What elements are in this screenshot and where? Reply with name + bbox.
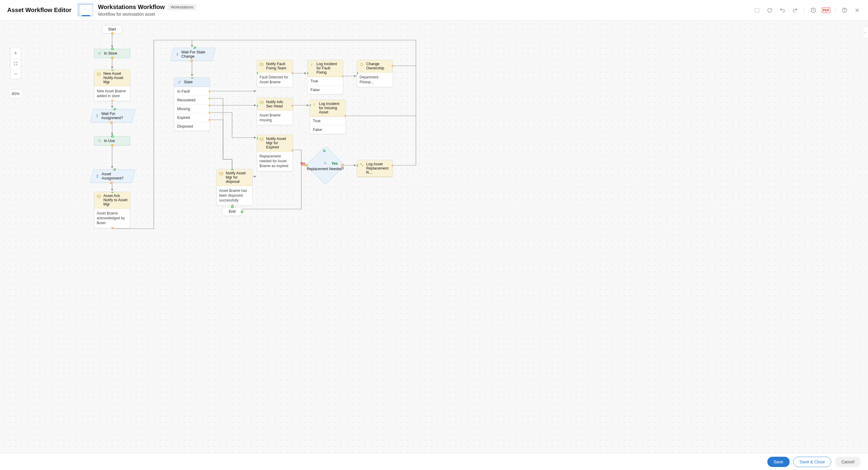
workflow-canvas[interactable]: Start In Store New Asset Notify Asset Mg… <box>0 21 868 453</box>
card-title: Change Ownership <box>366 62 390 70</box>
card-title: Notify Asset Mgr for Expired <box>266 137 290 149</box>
svg-rect-4 <box>97 73 101 76</box>
card-title: Log Asset Replacement R... <box>366 162 390 175</box>
card-row: True <box>307 77 343 85</box>
card-body: Asset $name acknowledged by $user <box>94 208 130 228</box>
fit-screen-button[interactable] <box>10 58 21 68</box>
undo-icon[interactable] <box>779 7 786 14</box>
zoom-level[interactable]: 80% <box>9 89 22 98</box>
mail-icon <box>97 194 101 199</box>
card-row: False <box>310 125 345 134</box>
svg-rect-12 <box>220 173 223 175</box>
save-button[interactable]: Save <box>767 457 789 467</box>
zoom-out-button[interactable] <box>10 68 21 79</box>
node-wait-state-change[interactable]: Wait For State Change <box>170 48 216 61</box>
mail-icon <box>259 62 264 67</box>
node-change-ownership[interactable]: Change Ownership Department : Pitstop... <box>357 60 393 87</box>
node-notify-disposal[interactable]: Notify Asset Mgr for disposal Asset $nam… <box>216 169 253 206</box>
select-area-icon[interactable] <box>753 7 761 14</box>
card-body: Asset $name missing <box>257 110 293 125</box>
branch-no-label: No <box>301 161 305 166</box>
decision-label: Replacement Needed? <box>307 167 344 171</box>
workflow-title[interactable]: Workstations Workflow <box>98 4 165 10</box>
card-body: Replacement needed for Asset $name as ex… <box>257 151 293 171</box>
card-title: Log Incident for missing Asset <box>319 102 343 114</box>
expand-panel-button[interactable] <box>863 27 868 39</box>
card-title: Asset Ack Notify to Asset Mgr <box>103 194 127 206</box>
card-title: Notify Info Sec Head <box>266 100 290 108</box>
card-body: Fault Detected for Asset $name <box>257 72 293 87</box>
canvas-wrap: Start In Store New Asset Notify Asset Mg… <box>0 21 868 453</box>
svg-rect-7 <box>260 63 264 66</box>
node-asset-assignment[interactable]: Asset Assignment? <box>90 170 135 183</box>
hourglass-icon <box>96 174 99 178</box>
mail-icon <box>259 100 264 105</box>
card-row: False <box>307 85 343 94</box>
function-icon <box>310 62 314 67</box>
refresh-icon[interactable] <box>766 7 773 14</box>
node-start[interactable]: Start <box>102 25 122 33</box>
end-label: End <box>229 209 236 213</box>
node-replacement-decision[interactable]: Replacement Needed? <box>306 146 345 185</box>
node-state-switch[interactable]: State In Fault Recovered Missing Expired… <box>174 77 210 131</box>
node-new-asset-notify[interactable]: New Asset Notify Asset Mgr New Asset $na… <box>94 69 130 101</box>
node-end[interactable]: End <box>222 207 242 216</box>
node-wait-assignment[interactable]: Wait For Assignment? <box>90 109 135 122</box>
node-log-missing[interactable]: Log Incident for missing Asset True Fals… <box>310 99 346 134</box>
workstation-icon <box>79 4 93 16</box>
history-icon[interactable] <box>810 7 817 14</box>
svg-point-5 <box>99 140 100 142</box>
redo-icon[interactable] <box>792 7 799 14</box>
workflow-tag: Workstations <box>168 4 196 10</box>
mail-icon <box>97 72 101 76</box>
zoom-in-button[interactable] <box>10 48 21 58</box>
sync-icon <box>360 62 364 67</box>
card-title: Log Incident for Fault Fixing <box>316 62 341 75</box>
switch-option[interactable]: In Fault <box>174 87 210 96</box>
switch-option[interactable]: Expired <box>174 113 210 122</box>
hourglass-icon <box>96 114 99 118</box>
card-body: New Asset $name added in store <box>94 86 130 101</box>
svg-point-3 <box>99 53 100 54</box>
state-label: In Use <box>104 139 115 143</box>
node-notify-infosec[interactable]: Notify Info Sec Head Asset $name missing <box>257 98 293 125</box>
mail-icon <box>219 172 223 176</box>
editor-header: Asset Workflow Editor Workstations Workf… <box>0 0 868 21</box>
workflow-meta: Workstations Workflow Workstations Workf… <box>98 4 196 17</box>
node-log-replacement[interactable]: Log Asset Replacement R... <box>357 160 393 177</box>
gear-icon <box>97 139 101 143</box>
divider <box>804 7 804 14</box>
node-in-use[interactable]: In Use <box>94 136 130 145</box>
svg-rect-8 <box>260 101 264 104</box>
node-in-store[interactable]: In Store <box>94 49 130 58</box>
cancel-button[interactable]: Cancel <box>835 457 861 467</box>
workflow-subtitle: Workflow for workstation asset <box>98 12 196 17</box>
svg-point-2 <box>844 11 845 11</box>
app-title: Asset Workflow Editor <box>7 7 71 13</box>
mail-icon <box>259 137 264 142</box>
node-notify-fault[interactable]: Notify Fault Fixing Team Fault Detected … <box>257 60 293 87</box>
close-icon[interactable] <box>854 7 861 14</box>
node-notify-expired[interactable]: Notify Asset Mgr for Expired Replacement… <box>257 135 293 171</box>
card-title: New Asset Notify Asset Mgr <box>103 71 127 84</box>
function-icon <box>312 102 316 107</box>
card-row: True <box>310 116 345 125</box>
header-toolbar: PDF <box>753 7 861 14</box>
connectors <box>0 21 868 453</box>
branch-icon <box>323 161 328 166</box>
help-icon[interactable] <box>841 7 848 14</box>
switch-option[interactable]: Recovered <box>174 96 210 105</box>
wait-label: Asset Assignment? <box>101 172 130 180</box>
switch-option[interactable]: Missing <box>174 105 210 113</box>
pdf-export-icon[interactable]: PDF <box>823 7 830 14</box>
link-icon <box>360 163 364 167</box>
save-close-button[interactable]: Save & Close <box>793 457 832 467</box>
card-title: Notify Fault Fixing Team <box>266 62 290 70</box>
wait-label: Wait For State Change <box>181 50 210 59</box>
switch-option[interactable]: Disposed <box>174 122 210 130</box>
card-title: Notify Asset Mgr for disposal <box>226 171 250 184</box>
gear-icon <box>97 51 101 56</box>
node-log-fault[interactable]: Log Incident for Fault Fixing True False <box>307 60 343 94</box>
swap-icon <box>177 80 181 84</box>
node-ack-notify[interactable]: Asset Ack Notify to Asset Mgr Asset $nam… <box>94 192 130 228</box>
